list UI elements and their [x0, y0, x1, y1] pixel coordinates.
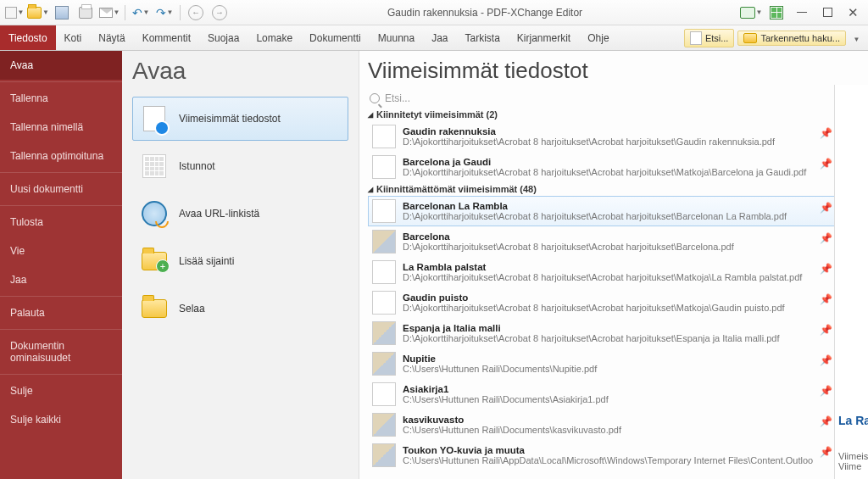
tab-suojaa[interactable]: Suojaa [199, 25, 248, 50]
nav-forward-button[interactable]: → [209, 3, 231, 23]
group-unpinned-header[interactable]: ◢Kiinnittämättömät viimeisimmät (48) [368, 182, 868, 196]
mail-button[interactable]: ▼ [98, 3, 120, 23]
recent-file-row[interactable]: Toukon YO-kuvia ja muuta C:\Users\Huttun… [368, 440, 849, 471]
globe-icon [142, 201, 167, 226]
tab-jaa[interactable]: Jaa [423, 25, 456, 50]
sidebar-item-doc-properties[interactable]: Dokumentin ominaisuudet [0, 331, 122, 372]
option-label: Avaa URL-linkistä [179, 208, 259, 220]
open-button[interactable]: ▼ [27, 3, 49, 23]
file-path: D:\Ajokorttiharjoitukset\Acrobat 8 harjo… [403, 136, 845, 147]
pin-icon[interactable]: 📌 [820, 446, 830, 456]
recent-file-row[interactable]: La Rambla palstat D:\Ajokorttiharjoituks… [368, 257, 849, 287]
option-label: Lisää sijainti [179, 255, 234, 267]
fullscreen-button[interactable] [765, 3, 788, 22]
option-label: Selaa [179, 303, 205, 315]
preview-panel: La Ra Viimeis Viime [834, 85, 868, 479]
file-name: kasvikuvasto [403, 415, 845, 425]
ribbon-dropdown-button[interactable]: ▼ [849, 32, 863, 44]
advanced-search-button[interactable]: Tarkennettu haku... [737, 31, 846, 46]
sidebar-item-save-optimized[interactable]: Tallenna optimoituna [0, 142, 122, 170]
preview-line: Viime [838, 461, 865, 471]
recent-file-row[interactable]: Barcelona ja Gaudi D:\Ajokorttiharjoituk… [368, 152, 849, 182]
folder-icon [27, 7, 42, 19]
sidebar-item-revert[interactable]: Palauta [0, 298, 122, 327]
file-thumbnail-icon [372, 260, 396, 284]
tab-kirjanmerkit[interactable]: Kirjanmerkit [509, 25, 579, 50]
option-sessions[interactable]: Istunnot [132, 144, 348, 188]
pin-icon[interactable]: 📌 [820, 324, 830, 334]
recent-file-row[interactable]: Gaudin puisto D:\Ajokorttiharjoitukset\A… [368, 287, 849, 318]
option-browse[interactable]: Selaa [132, 287, 348, 331]
minimize-icon [797, 12, 807, 13]
sidebar-item-save-as[interactable]: Tallenna nimellä [0, 113, 122, 142]
save-button[interactable] [51, 3, 73, 23]
file-thumbnail-icon [372, 125, 396, 148]
tab-dokumentti[interactable]: Dokumentti [301, 25, 370, 50]
tab-kommentit[interactable]: Kommentit [134, 25, 199, 50]
tab-muunna[interactable]: Muunna [370, 25, 423, 50]
sidebar-item-close-all[interactable]: Sulje kaikki [0, 405, 122, 434]
pin-icon[interactable]: 📌 [820, 354, 830, 365]
option-add-place[interactable]: Lisää sijainti [132, 239, 348, 283]
ribbon-tabs: Tiedosto KotiNäytäKommentitSuojaaLomakeD… [0, 25, 868, 51]
file-thumbnail-icon [372, 155, 396, 179]
recent-file-row[interactable]: kasvikuvasto C:\Users\Huttunen Raili\Doc… [368, 409, 849, 440]
pin-icon[interactable]: 📌 [820, 232, 830, 242]
file-sidebar: Avaa Tallenna Tallenna nimellä Tallenna … [0, 51, 122, 479]
redo-button[interactable]: ↷▼ [153, 3, 175, 23]
recent-file-row[interactable]: Barcelona D:\Ajokorttiharjoitukset\Acrob… [368, 226, 849, 257]
pin-icon[interactable]: 📌 [820, 202, 830, 212]
recent-file-row[interactable]: Espanja ja Italia malli D:\Ajokorttiharj… [368, 318, 849, 348]
tab-lomake[interactable]: Lomake [248, 25, 301, 50]
close-button[interactable]: ✕ [841, 3, 865, 22]
undo-button[interactable]: ↶▼ [130, 3, 152, 23]
pin-icon[interactable]: 📌 [820, 385, 830, 395]
sidebar-item-new-document[interactable]: Uusi dokumentti [0, 175, 122, 203]
recent-file-row[interactable]: Gaudin rakennuksia D:\Ajokorttiharjoituk… [368, 121, 849, 152]
arrow-left-icon: ← [188, 5, 203, 20]
file-path: C:\Users\Huttunen Raili\Documents\kasvik… [403, 425, 845, 435]
recent-search-input[interactable]: Etsi... [368, 92, 868, 104]
maximize-button[interactable] [815, 3, 839, 22]
minimize-button[interactable] [790, 3, 814, 22]
pin-icon[interactable]: 📌 [820, 127, 830, 137]
file-name: Nupitie [403, 354, 845, 364]
collapse-icon: ◢ [368, 186, 373, 193]
quick-access-toolbar: ▼ ▼ ▼ ↶▼ ↷▼ ← → [3, 3, 231, 23]
tab-koti[interactable]: Koti [56, 25, 91, 50]
pin-icon[interactable]: 📌 [820, 263, 830, 273]
recent-files-panel: Viimeisimmät tiedostot Etsi... ◢Kiinnite… [359, 51, 868, 479]
group-pinned-header[interactable]: ◢Kiinnitetyt viimeisimmät (2) [368, 108, 868, 121]
tab-file[interactable]: Tiedosto [0, 25, 56, 50]
option-recent-files[interactable]: Viimeisimmät tiedostot [132, 97, 348, 141]
open-heading: Avaa [132, 58, 348, 85]
folder-search-icon [743, 33, 757, 43]
preview-line: Viimeis [838, 451, 865, 461]
sidebar-item-print[interactable]: Tulosta [0, 208, 122, 237]
recent-file-row[interactable]: Asiakirja1 C:\Users\Huttunen Raili\Docum… [368, 379, 849, 409]
recent-file-row[interactable]: Barcelonan La Rambla D:\Ajokorttiharjoit… [368, 196, 849, 226]
recent-file-row[interactable]: Nupitie C:\Users\Huttunen Raili\Document… [368, 348, 849, 379]
sidebar-item-share[interactable]: Jaa [0, 265, 122, 294]
ui-options-button[interactable]: ▼ [739, 3, 763, 22]
option-open-url[interactable]: Avaa URL-linkistä [132, 192, 348, 236]
pin-icon[interactable]: 📌 [820, 415, 830, 426]
sidebar-item-save[interactable]: Tallenna [0, 84, 122, 113]
find-button[interactable]: Etsi... [684, 29, 735, 47]
file-name: Gaudin puisto [403, 292, 845, 303]
sidebar-item-open[interactable]: Avaa [0, 51, 122, 80]
sidebar-item-export[interactable]: Vie [0, 237, 122, 265]
file-path: C:\Users\Huttunen Raili\Documents\Asiaki… [403, 394, 845, 404]
maximize-icon [823, 8, 832, 17]
find-label: Etsi... [705, 33, 729, 43]
tab-näytä[interactable]: Näytä [90, 25, 133, 50]
print-button[interactable] [75, 3, 97, 23]
file-name: Barcelona ja Gaudi [403, 157, 845, 167]
pin-icon[interactable]: 📌 [820, 293, 830, 304]
app-menu-button[interactable]: ▼ [3, 3, 25, 23]
tab-tarkista[interactable]: Tarkista [457, 25, 509, 50]
pin-icon[interactable]: 📌 [820, 158, 830, 168]
tab-ohje[interactable]: Ohje [579, 25, 617, 50]
nav-back-button[interactable]: ← [185, 3, 207, 23]
sidebar-item-close[interactable]: Sulje [0, 376, 122, 405]
